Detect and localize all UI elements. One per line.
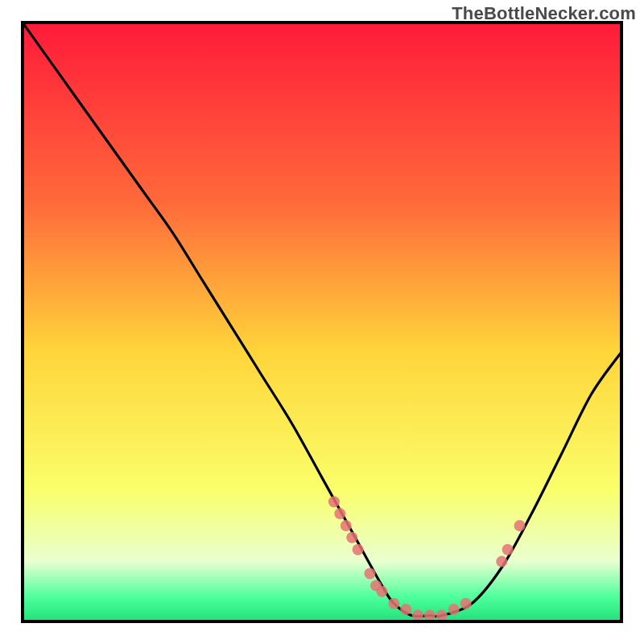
chart-svg: [0, 0, 644, 644]
highlight-point: [388, 598, 399, 609]
highlight-point: [353, 544, 364, 555]
highlight-point: [341, 520, 352, 531]
highlight-point: [424, 610, 436, 621]
watermark-text: TheBottleNecker.com: [452, 3, 636, 24]
highlight-point: [365, 568, 376, 580]
plot-background: [23, 23, 621, 621]
highlight-point: [400, 604, 411, 615]
highlight-point: [412, 610, 423, 621]
chart-stage: TheBottleNecker.com: [0, 0, 644, 644]
highlight-point: [460, 598, 472, 609]
highlight-point: [436, 610, 448, 621]
highlight-point: [448, 604, 460, 615]
highlight-point: [334, 508, 345, 519]
highlight-point: [328, 496, 340, 507]
highlight-point: [514, 520, 526, 531]
highlight-point: [346, 532, 357, 543]
highlight-point: [502, 544, 514, 555]
highlight-point: [376, 586, 387, 597]
highlight-point: [496, 556, 507, 568]
